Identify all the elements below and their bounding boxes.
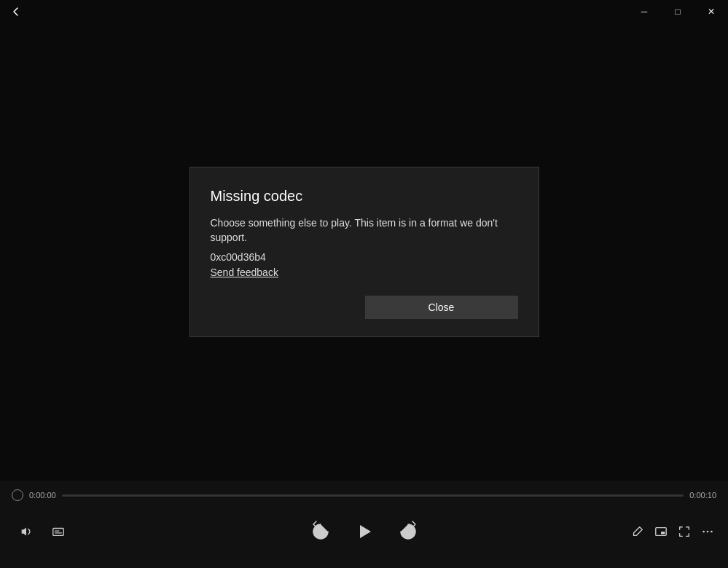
svg-point-9 bbox=[707, 531, 709, 533]
controls-center: 10 30 bbox=[305, 516, 424, 548]
svg-rect-0 bbox=[53, 529, 63, 536]
more-button[interactable] bbox=[699, 517, 716, 546]
modal-actions: Close bbox=[211, 296, 518, 319]
controls-row: 10 30 bbox=[0, 510, 728, 553]
rewind-button[interactable]: 10 bbox=[305, 516, 337, 548]
edit-button[interactable] bbox=[629, 517, 646, 546]
title-bar-controls: ─ □ ✕ bbox=[627, 0, 728, 23]
title-bar: ─ □ ✕ bbox=[0, 0, 728, 23]
bottom-bar: 0:00:00 0:00:10 bbox=[0, 481, 728, 568]
svg-point-10 bbox=[711, 531, 713, 533]
close-window-button[interactable]: ✕ bbox=[694, 0, 728, 23]
modal-overlay: Missing codec Choose something else to p… bbox=[0, 23, 728, 481]
progress-area: 0:00:00 0:00:10 bbox=[0, 481, 728, 510]
svg-rect-7 bbox=[661, 532, 665, 535]
modal-title: Missing codec bbox=[211, 188, 518, 205]
minimize-button[interactable]: ─ bbox=[627, 0, 661, 23]
time-total: 0:00:10 bbox=[689, 491, 716, 500]
maximize-button[interactable]: □ bbox=[661, 0, 694, 23]
svg-text:30: 30 bbox=[404, 529, 410, 535]
pip-button[interactable] bbox=[652, 517, 670, 546]
modal-message: Choose something else to play. This item… bbox=[211, 216, 518, 245]
back-button[interactable] bbox=[9, 4, 23, 19]
controls-right bbox=[629, 517, 716, 546]
svg-rect-6 bbox=[656, 528, 666, 536]
play-button[interactable] bbox=[348, 516, 380, 548]
close-dialog-button[interactable]: Close bbox=[365, 296, 518, 319]
title-bar-left bbox=[9, 4, 23, 19]
modal-error-code: 0xc00d36b4 bbox=[211, 251, 518, 263]
volume-button[interactable] bbox=[12, 517, 41, 546]
fullscreen-button[interactable] bbox=[676, 517, 693, 546]
svg-marker-4 bbox=[360, 525, 371, 538]
svg-text:10: 10 bbox=[317, 529, 323, 535]
progress-circle[interactable] bbox=[12, 489, 23, 501]
modal-dialog: Missing codec Choose something else to p… bbox=[189, 167, 539, 336]
controls-left bbox=[12, 517, 99, 546]
time-elapsed: 0:00:00 bbox=[29, 491, 56, 500]
forward-button[interactable]: 30 bbox=[392, 516, 424, 548]
progress-track[interactable] bbox=[62, 494, 684, 497]
svg-point-8 bbox=[702, 531, 705, 533]
send-feedback-link[interactable]: Send feedback bbox=[211, 267, 278, 278]
captions-button[interactable] bbox=[44, 517, 73, 546]
